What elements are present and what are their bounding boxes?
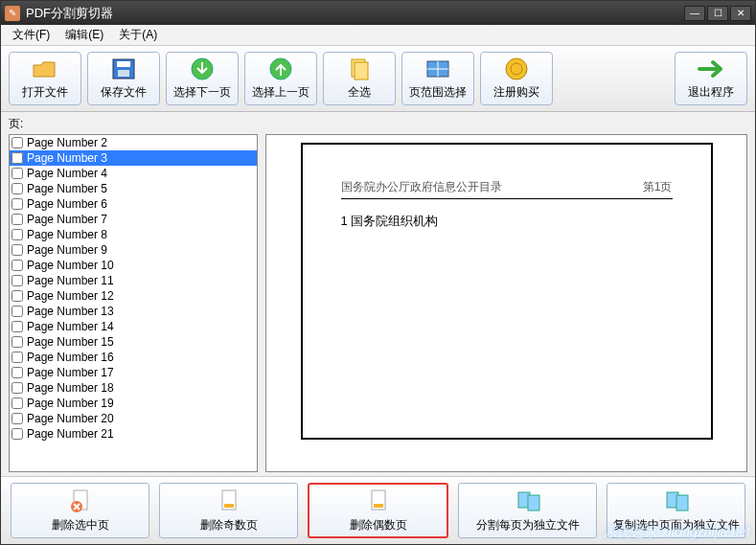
page-checkbox[interactable] <box>11 382 23 394</box>
page-label: Page Number 17 <box>27 366 114 379</box>
page-label: Page Number 15 <box>27 335 114 349</box>
delete-selected-button[interactable]: 删除选中页 <box>11 483 149 538</box>
page-checkbox[interactable] <box>11 137 23 148</box>
list-item[interactable]: Page Number 4 <box>10 166 257 181</box>
select-prev-button[interactable]: 选择上一页 <box>244 52 317 105</box>
register-buy-button[interactable]: 注册购买 <box>480 52 553 105</box>
maximize-button[interactable]: ☐ <box>707 6 728 21</box>
page-label: Page Number 8 <box>27 228 107 241</box>
page-checkbox[interactable] <box>11 321 23 332</box>
list-item[interactable]: Page Number 10 <box>10 258 257 273</box>
page-label: Page Number 14 <box>27 320 114 333</box>
svg-rect-1 <box>117 61 130 67</box>
menu-file[interactable]: 文件(F) <box>5 25 57 45</box>
delete-even-button[interactable]: 删除偶数页 <box>308 483 448 538</box>
page-label: Page Number 6 <box>27 197 107 211</box>
page-checkbox[interactable] <box>11 275 23 286</box>
save-file-button[interactable]: 保存文件 <box>87 52 160 105</box>
list-item[interactable]: Page Number 12 <box>10 288 257 304</box>
folder-open-icon <box>32 57 58 80</box>
page-label: Page Number 7 <box>27 213 107 226</box>
svg-rect-21 <box>676 495 688 511</box>
page-label: Page Number 13 <box>27 305 114 318</box>
list-item[interactable]: Page Number 6 <box>10 196 257 212</box>
delete-odd-button[interactable]: 删除奇数页 <box>159 483 298 538</box>
page-checkbox[interactable] <box>11 260 23 271</box>
list-item[interactable]: Page Number 17 <box>10 365 257 380</box>
list-item[interactable]: Page Number 15 <box>10 334 257 350</box>
coin-icon <box>503 57 530 80</box>
svg-rect-19 <box>528 495 539 511</box>
pages-split-icon <box>515 488 540 513</box>
page-minus-icon <box>366 488 391 513</box>
page-checkbox[interactable] <box>11 168 23 179</box>
menu-about[interactable]: 关于(A) <box>111 25 165 45</box>
page-checkbox[interactable] <box>11 367 23 378</box>
preview-page: 国务院办公厅政府信息公开目录 第1页 1 国务院组织机构 <box>301 143 713 440</box>
select-all-button[interactable]: 全选 <box>323 52 396 105</box>
page-checkbox[interactable] <box>11 306 23 317</box>
page-checkbox[interactable] <box>11 397 23 409</box>
list-item[interactable]: Page Number 14 <box>10 319 257 334</box>
page-checkbox[interactable] <box>11 290 23 302</box>
arrow-down-circle-icon <box>189 57 216 80</box>
page-label: Page Number 12 <box>27 289 114 303</box>
page-checkbox[interactable] <box>11 428 23 440</box>
list-item[interactable]: Page Number 13 <box>10 304 257 319</box>
page-checkbox[interactable] <box>11 183 23 194</box>
app-title: PDF分割剪切器 <box>26 5 682 22</box>
svg-rect-17 <box>374 504 383 508</box>
page-checkbox[interactable] <box>11 229 23 240</box>
select-all-icon <box>346 57 373 80</box>
select-next-button[interactable]: 选择下一页 <box>166 52 239 105</box>
watermark: 系统之家 xitongzhijia.net <box>604 524 750 541</box>
pages-copy-icon <box>664 488 689 513</box>
arrow-up-circle-icon <box>267 57 294 80</box>
page-label: Page Number 21 <box>27 427 114 441</box>
list-item[interactable]: Page Number 9 <box>10 242 257 258</box>
split-each-button[interactable]: 分割每页为独立文件 <box>458 483 597 538</box>
list-item[interactable]: Page Number 16 <box>10 350 257 365</box>
svg-rect-15 <box>224 504 234 508</box>
exit-button[interactable]: 退出程序 <box>675 52 747 105</box>
toolbar: 打开文件 保存文件 选择下一页 选择上一页 全选 页范围选择 注册购买 <box>1 46 755 112</box>
page-label: Page Number 11 <box>27 274 114 287</box>
list-item[interactable]: Page Number 8 <box>10 227 257 242</box>
save-icon <box>110 57 137 80</box>
page-range-icon <box>424 57 451 80</box>
app-icon: ✎ <box>5 6 20 21</box>
preview-pane: 国务院办公厅政府信息公开目录 第1页 1 国务院组织机构 <box>265 134 747 472</box>
page-label: Page Number 19 <box>27 397 114 410</box>
list-item[interactable]: Page Number 5 <box>10 181 257 196</box>
menubar: 文件(F) 编辑(E) 关于(A) <box>1 25 755 46</box>
page-label: Page Number 16 <box>27 351 114 364</box>
menu-edit[interactable]: 编辑(E) <box>57 25 111 45</box>
page-checkbox[interactable] <box>11 336 23 348</box>
list-item[interactable]: Page Number 21 <box>10 426 257 442</box>
page-checkbox[interactable] <box>11 214 23 225</box>
page-label: Page Number 5 <box>27 182 107 195</box>
list-item[interactable]: Page Number 19 <box>10 396 257 411</box>
list-item[interactable]: Page Number 18 <box>10 380 257 396</box>
page-checkbox[interactable] <box>11 413 23 424</box>
close-button[interactable]: ✕ <box>730 6 751 21</box>
list-item[interactable]: Page Number 11 <box>10 273 257 288</box>
page-checkbox[interactable] <box>11 244 23 256</box>
page-label: Page Number 4 <box>27 167 107 180</box>
page-label: Page Number 20 <box>27 412 114 425</box>
list-item[interactable]: Page Number 2 <box>10 135 257 150</box>
page-checkbox[interactable] <box>11 152 23 164</box>
page-checkbox[interactable] <box>11 352 23 363</box>
page-checkbox[interactable] <box>11 198 23 210</box>
list-item[interactable]: Page Number 20 <box>10 411 257 426</box>
page-list[interactable]: Page Number 2Page Number 3Page Number 4P… <box>9 134 258 472</box>
page-label: Page Number 9 <box>27 243 107 257</box>
preview-header-right: 第1页 <box>643 179 673 195</box>
svg-rect-6 <box>355 62 368 79</box>
pages-label: 页: <box>9 116 747 132</box>
open-file-button[interactable]: 打开文件 <box>9 52 81 105</box>
list-item[interactable]: Page Number 7 <box>10 212 257 227</box>
list-item[interactable]: Page Number 3 <box>10 150 257 166</box>
select-range-button[interactable]: 页范围选择 <box>401 52 474 105</box>
minimize-button[interactable]: — <box>684 6 705 21</box>
